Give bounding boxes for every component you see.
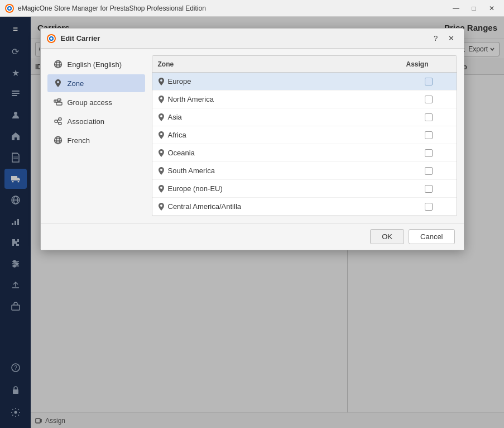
location-south-america-icon	[158, 167, 165, 175]
app-logo	[4, 3, 15, 13]
modal-titlebar: Edit Carrier ? ✕	[41, 28, 464, 49]
close-button[interactable]: ✕	[484, 2, 500, 15]
svg-rect-51	[56, 102, 62, 105]
globe-nav-icon	[53, 59, 63, 69]
zone-row-europe-non-eu: Europe (non-EU)	[152, 180, 457, 198]
nav-french-label: French	[68, 136, 90, 145]
zone-asia-name: Asia	[168, 113, 182, 121]
cancel-button[interactable]: Cancel	[409, 229, 454, 244]
zone-table-header: Zone Assign	[152, 56, 457, 73]
svg-point-3	[8, 7, 11, 9]
zone-oceania-name: Oceania	[168, 149, 195, 157]
svg-rect-56	[55, 120, 57, 122]
svg-point-44	[50, 37, 52, 40]
zone-oceania-checkbox[interactable]	[425, 149, 433, 157]
zone-europe-non-eu-name: Europe (non-EU)	[168, 184, 223, 193]
zone-central-america-name: Central America/Antilla	[168, 202, 242, 211]
edit-carrier-modal: Edit Carrier ? ✕	[40, 28, 464, 250]
zone-central-america-checkbox[interactable]	[425, 203, 433, 211]
nav-english-label: English (English)	[68, 60, 122, 69]
zone-list: Europe North America	[152, 73, 457, 216]
globe2-nav-icon	[53, 135, 63, 145]
nav-group-access-label: Group access	[68, 98, 112, 107]
minimize-button[interactable]: —	[448, 2, 464, 15]
modal-overlay: Edit Carrier ? ✕	[0, 17, 504, 428]
modal-footer: OK Cancel	[41, 223, 464, 250]
location-nav-icon	[53, 78, 63, 88]
titlebar: eMagicOne Store Manager for PrestaShop P…	[0, 0, 504, 17]
zone-north-america-name: North America	[168, 95, 214, 103]
zone-africa-name: Africa	[168, 131, 186, 139]
location-europe-icon	[158, 78, 165, 85]
zone-africa-checkbox[interactable]	[425, 131, 433, 139]
svg-rect-58	[59, 122, 61, 125]
nav-item-group-access[interactable]: Group access	[47, 93, 145, 111]
maximize-button[interactable]: □	[466, 2, 482, 15]
app-title: eMagicOne Store Manager for PrestaShop P…	[18, 4, 448, 12]
svg-rect-57	[59, 118, 61, 120]
nav-zone-label: Zone	[68, 79, 84, 88]
svg-line-59	[57, 119, 59, 121]
nav-association-label: Association	[68, 117, 104, 126]
ok-button[interactable]: OK	[370, 229, 404, 244]
zone-europe-name: Europe	[168, 77, 191, 85]
zone-south-america-checkbox[interactable]	[425, 167, 433, 175]
location-africa-icon	[158, 131, 165, 139]
zone-row-oceania: Oceania	[152, 144, 457, 162]
zone-col-header: Zone	[158, 60, 406, 68]
nav-item-english[interactable]: English (English)	[47, 55, 145, 73]
group-nav-icon	[53, 97, 63, 107]
association-nav-icon	[53, 116, 63, 126]
modal-close-button[interactable]: ✕	[445, 32, 458, 45]
modal-body: English (English) Zone	[41, 49, 464, 223]
zone-row-south-america: South America	[152, 162, 457, 180]
nav-item-association[interactable]: Association	[47, 112, 145, 130]
zone-row-africa: Africa	[152, 126, 457, 144]
modal-logo	[46, 34, 56, 44]
zone-content: Zone Assign Europe	[152, 55, 457, 216]
modal-help-button[interactable]: ?	[429, 32, 443, 45]
location-north-america-icon	[158, 96, 165, 103]
window-controls: — □ ✕	[448, 2, 500, 15]
modal-nav: English (English) Zone	[47, 55, 145, 216]
zone-asia-checkbox[interactable]	[425, 113, 433, 121]
location-central-america-icon	[158, 203, 165, 211]
zone-row-asia: Asia	[152, 108, 457, 126]
location-oceania-icon	[158, 149, 165, 157]
zone-europe-checkbox[interactable]	[425, 78, 433, 85]
assign-col-header: Assign	[406, 60, 451, 68]
location-asia-icon	[158, 113, 165, 121]
nav-item-french[interactable]: French	[47, 131, 145, 149]
zone-north-america-checkbox[interactable]	[425, 96, 433, 103]
zone-row-europe: Europe	[152, 73, 457, 91]
zone-south-america-name: South America	[168, 167, 215, 175]
zone-europe-non-eu-checkbox[interactable]	[425, 185, 433, 193]
location-europe-non-eu-icon	[158, 185, 165, 193]
nav-item-zone[interactable]: Zone	[47, 74, 145, 92]
svg-line-60	[57, 121, 59, 123]
zone-row-central-america: Central America/Antilla	[152, 198, 457, 216]
zone-row-north-america: North America	[152, 91, 457, 108]
modal-title: Edit Carrier	[61, 34, 429, 42]
